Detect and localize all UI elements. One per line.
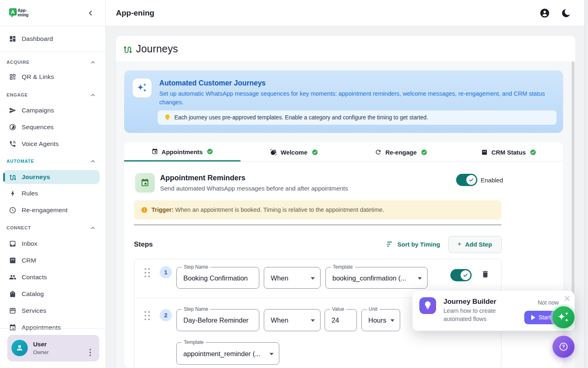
svg-text:?: ? bbox=[562, 344, 565, 350]
svg-text:A: A bbox=[11, 9, 15, 15]
